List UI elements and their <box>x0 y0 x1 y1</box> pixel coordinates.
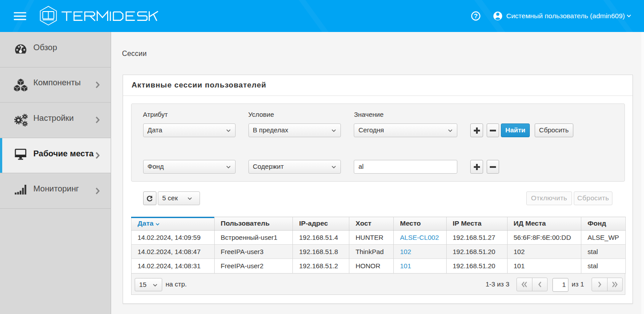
svg-text:?: ? <box>474 12 478 20</box>
